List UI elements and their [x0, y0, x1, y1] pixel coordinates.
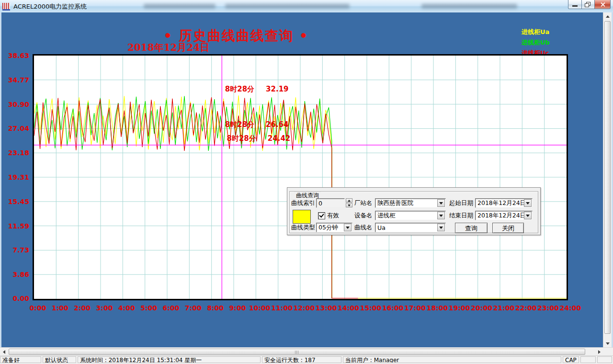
device-combobox[interactable]: 进线柜	[375, 211, 446, 220]
close-dialog-button[interactable]: 关闭	[492, 223, 524, 233]
chart-date-label: 2018年12月24日	[127, 41, 209, 54]
end-date-label: 结束日期	[449, 211, 473, 220]
status-bar: 准备好 默认状态 系统时间 : 2018年12月24日 15:31:04 星期一…	[0, 355, 613, 364]
legend-item-ub: 进线柜Ub	[522, 37, 550, 48]
vertical-scrollbar[interactable]	[603, 12, 612, 348]
y-axis-tick-label: 7.73	[1, 246, 29, 254]
horizontal-scrollbar[interactable]	[0, 347, 613, 356]
status-cap-indicator: CAP	[563, 356, 579, 363]
y-axis-tick-label: 3.86	[1, 270, 29, 279]
window-title: ACREL2000电力监控系统	[13, 2, 87, 11]
chevron-down-icon	[346, 227, 350, 229]
query-button[interactable]: 查询	[455, 223, 488, 233]
status-empty-cell	[597, 356, 612, 363]
background-window-blur	[225, 4, 350, 9]
y-axis-tick-label: 19.31	[1, 173, 29, 182]
dropdown-button[interactable]	[437, 199, 445, 207]
scroll-left-button[interactable]	[0, 348, 8, 356]
start-date-label: 起始日期	[449, 198, 473, 208]
scroll-up-button[interactable]	[603, 12, 612, 21]
dropdown-button[interactable]	[524, 199, 532, 207]
y-axis-tick-label: 38.63	[1, 51, 29, 60]
chevron-down-icon	[439, 227, 443, 229]
end-date-combobox[interactable]: 2018年12月24日	[475, 211, 533, 220]
station-combobox[interactable]: 陕西慈善医院	[375, 198, 446, 208]
arrow-up-icon	[606, 15, 610, 18]
dropdown-button[interactable]	[344, 224, 352, 231]
arrow-right-icon	[598, 350, 601, 354]
legend-item-ua: 进线柜Ua	[522, 27, 550, 37]
x-axis-tick-label: 24:00	[557, 304, 584, 312]
status-safe-days: 安全运行天数 : 187	[262, 356, 341, 363]
background-window-blur	[144, 4, 216, 9]
crosshair-annotation: 8时28分32.19	[225, 85, 289, 93]
curve-name-combobox[interactable]: Ua	[375, 223, 446, 232]
curve-index-label: 曲线索引	[291, 198, 315, 208]
curve-index-spinner[interactable]	[346, 198, 352, 208]
chevron-down-icon	[439, 202, 443, 205]
crosshair-annotation: 8时28分26.64	[225, 120, 289, 129]
status-system-time: 系统时间 : 2018年12月24日 15:31:04 星期一	[78, 356, 261, 363]
chevron-down-icon	[526, 202, 530, 205]
close-icon	[600, 2, 605, 7]
status-current-user: 当前用户 : Manager	[343, 356, 561, 363]
background-window-blur	[421, 4, 517, 9]
crosshair-annotation: 8时28分24.42	[227, 134, 291, 143]
y-axis-tick-label: 34.77	[1, 76, 29, 84]
chart-client-area: • 历史曲线曲线查询 • 2018年12月24日 进线柜Ua 进线柜Ub 进线柜…	[1, 12, 603, 348]
y-axis-tick-label: 15.45	[1, 197, 29, 206]
scroll-down-button[interactable]	[603, 340, 612, 348]
main-window: ACREL2000电力监控系统 • 历史曲线曲线查询 • 2018年12月24日…	[0, 0, 613, 364]
device-label: 设备名	[354, 211, 373, 220]
chevron-down-icon	[526, 215, 530, 217]
dropdown-button[interactable]	[524, 212, 532, 219]
arrow-left-icon	[3, 350, 5, 354]
horizontal-scrollbar-thumb[interactable]	[9, 349, 585, 355]
valid-label: 有效	[327, 211, 339, 220]
curve-plot-area[interactable]: 8时28分32.198时28分26.648时28分24.42	[33, 54, 568, 300]
start-date-combobox[interactable]: 2018年12月24日	[475, 198, 533, 208]
scroll-right-button[interactable]	[595, 348, 603, 356]
status-empty-cell	[580, 356, 596, 363]
app-icon	[2, 3, 10, 11]
restore-button[interactable]	[581, 0, 595, 9]
spinner-up-button[interactable]	[346, 198, 352, 203]
scrollbar-grip	[295, 351, 299, 354]
chevron-down-icon	[439, 215, 443, 217]
station-label: 厂站名	[354, 198, 373, 208]
curve-query-dialog: 曲线查询 曲线索引 0 厂站名 陕西慈善医院 起始日期 2018年12月24日	[287, 187, 541, 235]
curve-name-label: 曲线名	[354, 223, 373, 232]
curve-type-label: 曲线类型	[291, 223, 315, 232]
y-axis-tick-label: 23.18	[1, 148, 29, 157]
title-bar[interactable]: ACREL2000电力监控系统	[0, 0, 613, 13]
curve-type-combobox[interactable]: 05分钟	[316, 223, 352, 232]
dropdown-button[interactable]	[437, 224, 445, 231]
curve-chart: 8时28分32.198时28分26.648时28分24.42	[34, 56, 567, 299]
valid-checkbox[interactable]	[318, 212, 325, 219]
minimize-button[interactable]	[568, 0, 582, 9]
y-axis-tick-label: 11.59	[1, 222, 29, 230]
y-axis-tick-label: 0.00	[1, 294, 29, 303]
close-button[interactable]	[594, 0, 611, 9]
spinner-down-icon	[348, 205, 351, 206]
spinner-down-button[interactable]	[346, 203, 352, 207]
spinner-up-icon	[348, 200, 351, 202]
arrow-down-icon	[606, 342, 610, 345]
vertical-scrollbar-thumb[interactable]	[604, 21, 611, 334]
minimize-icon	[572, 5, 578, 7]
dropdown-button[interactable]	[437, 212, 445, 219]
y-axis-tick-label: 27.04	[1, 124, 29, 133]
status-mode: 默认状态	[43, 356, 76, 363]
curve-color-swatch[interactable]	[293, 210, 311, 224]
curve-index-input[interactable]: 0	[316, 198, 345, 208]
status-ready: 准备好	[0, 356, 41, 363]
y-axis-tick-label: 30.90	[1, 100, 29, 109]
